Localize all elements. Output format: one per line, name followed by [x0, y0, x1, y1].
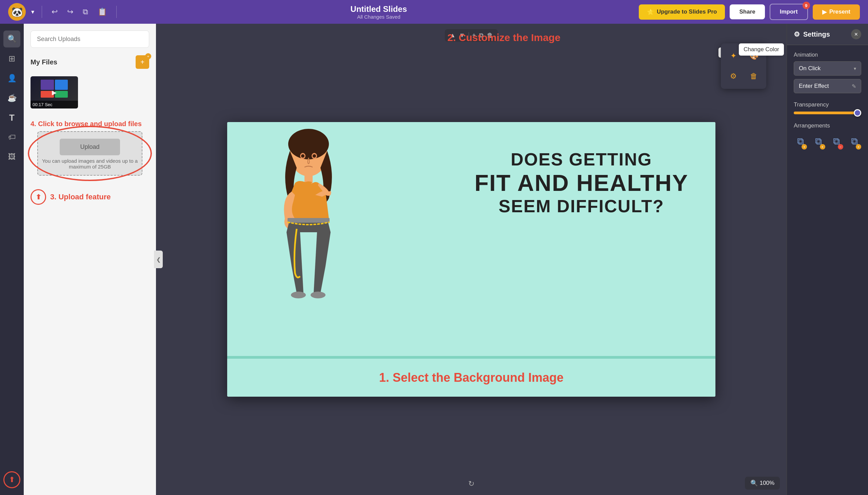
sidebar-item-badge[interactable]: 🏷 [3, 129, 20, 146]
undo-button[interactable]: ↩ [50, 5, 60, 18]
star-icon: ⭐ [647, 8, 654, 16]
settings-gear-icon: ⚙ [794, 30, 800, 38]
transparency-thumb[interactable] [854, 109, 861, 117]
svg-point-8 [291, 292, 306, 298]
upgrade-label: Upgrade to Slides Pro [657, 8, 717, 15]
import-button[interactable]: Import 9 [770, 4, 808, 20]
slide-canvas: DOES GETTING FIT AND HEALTHY SEEM DIFFIC… [227, 122, 715, 397]
slide-text-line3: SEEM DIFFICULT? [474, 196, 688, 216]
slide-bottom-label: 1. Select the Background Image [379, 371, 563, 385]
upgrade-button[interactable]: ⭐ Upgrade to Slides Pro [639, 4, 725, 20]
transparency-slider[interactable] [794, 112, 861, 114]
present-label: Present [829, 8, 850, 15]
move-icon: ✦ [730, 52, 736, 61]
zoom-level: 100% [760, 480, 775, 487]
topbar-separator-1 [42, 6, 42, 18]
slide-text-line1: DOES GETTING [474, 149, 688, 170]
animation-dropdown[interactable]: On Click ▾ [794, 62, 861, 75]
enter-effect-row[interactable]: Enter Effect ✎ [794, 79, 861, 93]
slide-text-block: DOES GETTING FIT AND HEALTHY SEEM DIFFIC… [474, 149, 688, 216]
arrangement-btn-2[interactable]: ⧉ + [812, 133, 825, 150]
upload-step-3-icon: ⬆ [31, 189, 46, 205]
copy-button[interactable]: ⧉ [81, 5, 90, 18]
upload-step-4-label: 4. Click to browse and upload files [24, 113, 156, 131]
svg-point-5 [312, 154, 316, 158]
save-status: All Changes Saved [357, 14, 401, 20]
arrangement-badge-2: + [820, 144, 825, 150]
present-button[interactable]: ▶ Present [813, 4, 860, 20]
badge-icon: 🏷 [8, 133, 16, 142]
myfiles-add-button[interactable]: + + [136, 55, 149, 69]
search-input[interactable] [31, 31, 149, 48]
arrangement-badge-1: + [802, 144, 807, 150]
import-label: Import [780, 8, 798, 15]
sidebar-item-coffee[interactable]: ☕ [3, 89, 20, 106]
upload-button[interactable]: Upload [60, 139, 120, 155]
enter-effect-label: Enter Effect [799, 83, 829, 89]
refresh-button[interactable]: ↻ [468, 479, 474, 488]
canvas-bottom-bar: ↻ [468, 479, 474, 488]
slide-text-line2: FIT AND HEALTHY [474, 170, 688, 196]
myfiles-add-badge: + [145, 53, 151, 59]
arrangement-btn-1[interactable]: ⧉ + [794, 133, 807, 150]
edit-icon: ✎ [852, 83, 856, 89]
share-button[interactable]: Share [730, 4, 765, 19]
person-icon: 👤 [7, 74, 17, 83]
upload-feature-arrow-icon: ⬆ [36, 193, 41, 201]
slide-title[interactable]: Untitled Slides [351, 4, 407, 14]
play-icon: ▶ [52, 89, 57, 96]
arrangement-badge-3: − [838, 144, 843, 150]
panel-collapse-button[interactable]: ❮ [154, 251, 163, 268]
present-icon: ▶ [822, 8, 827, 16]
slide-bottom-half: 1. Select the Background Image [227, 356, 715, 397]
search-area [24, 24, 156, 51]
settings-title-label: Settings [803, 31, 830, 38]
sidebar-item-search[interactable]: 🔍 [3, 31, 20, 48]
myfiles-label: My Files [31, 58, 57, 66]
figure-svg [248, 122, 370, 356]
sidebar-item-image[interactable]: 🖼 [3, 149, 20, 166]
sidebar-item-text[interactable]: T [3, 109, 20, 126]
main-layout: 🔍 ⊞ 👤 ☕ T 🏷 🖼 ⬆ My Files [0, 24, 868, 495]
collapse-icon: ❮ [156, 256, 161, 263]
sidebar-item-person[interactable]: 👤 [3, 70, 20, 87]
gear-icon: ⚙ [730, 72, 737, 81]
logo[interactable]: 🐼 [8, 3, 26, 21]
video-thumbnail[interactable]: 00:17 Sec ▶ [31, 76, 78, 108]
settings-panel: ⚙ Settings ✕ Animation On Click ▾ Enter … [787, 24, 868, 495]
animation-label: Animation [794, 52, 861, 58]
settings-title: ⚙ Settings [794, 30, 830, 38]
upload-drop-area[interactable]: Upload You can upload images and videos … [37, 131, 142, 176]
coffee-icon: ☕ [7, 93, 17, 102]
upload-feature-icon[interactable]: ⬆ [3, 471, 20, 488]
text-icon: T [9, 113, 15, 123]
dropdown-arrow-icon: ▾ [854, 66, 856, 71]
upload-arrow-icon: ⬆ [9, 475, 15, 484]
layout-icon: ⊞ [8, 54, 15, 63]
icon-sidebar: 🔍 ⊞ 👤 ☕ T 🏷 🖼 ⬆ [0, 24, 24, 495]
settings-header: ⚙ Settings ✕ [787, 24, 868, 45]
upload-thumbnails: 00:17 Sec ▶ [24, 73, 156, 113]
settings-close-button[interactable]: ✕ [851, 29, 861, 39]
redo-button[interactable]: ↪ [65, 5, 75, 18]
arrangement-btn-4[interactable]: ⧉ + [848, 133, 861, 150]
animation-section: Animation On Click ▾ Enter Effect ✎ Tran… [787, 45, 868, 150]
arrangement-btn-3[interactable]: ⧉ − [830, 133, 843, 150]
svg-point-4 [301, 154, 305, 158]
trash-tool-button[interactable]: 🗑 [745, 68, 762, 85]
svg-point-9 [310, 292, 325, 298]
change-color-tooltip: Change Color [739, 44, 784, 56]
upload-panel: My Files + + 00:17 Sec ▶ 4. C [24, 24, 156, 495]
sidebar-item-layout[interactable]: ⊞ [3, 50, 20, 67]
add-icon: + [140, 58, 144, 66]
image-icon: 🖼 [8, 153, 16, 161]
upload-hint: You can upload images and videos up to a… [38, 158, 142, 170]
logo-dropdown-icon[interactable]: ▾ [31, 8, 34, 16]
paste-button[interactable]: 📋 [96, 5, 109, 18]
svg-rect-7 [288, 218, 329, 223]
gear-tool-button[interactable]: ⚙ [725, 68, 742, 85]
thumb-duration: 00:17 Sec [31, 101, 78, 108]
title-area: Untitled Slides All Changes Saved [124, 4, 633, 20]
topbar-actions: ⭐ Upgrade to Slides Pro Share Import 9 ▶… [639, 4, 860, 20]
search-icon: 🔍 [7, 35, 17, 44]
